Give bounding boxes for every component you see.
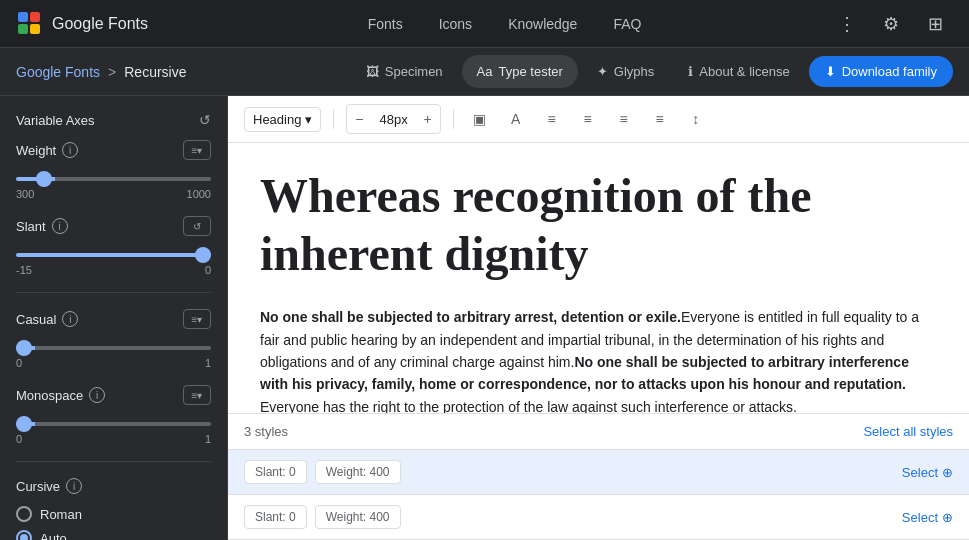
download-family-button[interactable]: ⬇ Download family <box>809 56 953 87</box>
breadcrumb: Google Fonts > Recursive <box>16 64 187 80</box>
monospace-slider-container <box>16 413 211 429</box>
svg-rect-1 <box>30 12 40 22</box>
styles-header: 3 styles Select all styles <box>228 414 969 450</box>
weight-min-label: 300 <box>16 188 34 200</box>
top-nav: Google Fonts Fonts Icons Knowledge FAQ ⋮… <box>0 0 969 48</box>
nav-link-faq[interactable]: FAQ <box>597 8 657 40</box>
align-left-button[interactable]: ≡ <box>538 105 566 133</box>
type-tester-icon: Aa <box>477 64 493 79</box>
tab-group: 🖼 Specimen Aa Type tester ✦ Glyphs ℹ Abo… <box>351 55 953 88</box>
slant-slider-container <box>16 244 211 260</box>
breadcrumb-separator: > <box>108 64 116 80</box>
style-tag-slant-0: Slant: 0 <box>244 460 307 484</box>
line-spacing-button[interactable]: ↕ <box>682 105 710 133</box>
cursive-auto-label: Auto <box>40 531 67 541</box>
dropdown-icon: ▾ <box>305 112 312 127</box>
casual-slider[interactable] <box>16 346 211 350</box>
nav-icons: ⋮ ⚙ ⊞ <box>829 6 953 42</box>
cursive-info-icon[interactable]: i <box>66 478 82 494</box>
font-color-button[interactable]: A <box>502 105 530 133</box>
monospace-axis: Monospace i ≡▾ 0 1 <box>16 385 211 445</box>
variable-axes-title: Variable Axes ↺ <box>16 112 211 128</box>
select-style-0-icon: ⊕ <box>942 465 953 480</box>
slant-slider-labels: -15 0 <box>16 264 211 276</box>
align-right-button[interactable]: ≡ <box>610 105 638 133</box>
select-style-1-label: Select <box>902 510 938 525</box>
style-tag-weight-400-1: Weight: 400 <box>315 505 401 529</box>
tab-specimen[interactable]: 🖼 Specimen <box>351 55 458 88</box>
cursive-radio-group: Roman Auto Cursive <box>16 506 211 540</box>
nav-link-icons[interactable]: Icons <box>423 8 488 40</box>
weight-axis: Weight i ≡▾ 300 1000 <box>16 140 211 200</box>
google-logo-icon <box>16 10 44 38</box>
weight-slider[interactable] <box>16 177 211 181</box>
slant-info-icon[interactable]: i <box>52 218 68 234</box>
casual-label-row: Casual i ≡▾ <box>16 309 211 329</box>
casual-slider-labels: 0 1 <box>16 357 211 369</box>
breadcrumb-parent[interactable]: Google Fonts <box>16 64 100 80</box>
breadcrumb-bar: Google Fonts > Recursive 🖼 Specimen Aa T… <box>0 48 969 96</box>
select-style-1-link[interactable]: Select ⊕ <box>902 510 953 525</box>
styles-count: 3 styles <box>244 424 288 439</box>
sidebar: Variable Axes ↺ Weight i ≡▾ 300 1000 <box>0 96 228 540</box>
monospace-slider[interactable] <box>16 422 211 426</box>
weight-list-icon[interactable]: ≡▾ <box>183 140 211 160</box>
align-justify-button[interactable]: ≡ <box>646 105 674 133</box>
cursive-option-auto[interactable]: Auto <box>16 530 211 540</box>
nav-link-knowledge[interactable]: Knowledge <box>492 8 593 40</box>
grid-button[interactable]: ⊞ <box>917 6 953 42</box>
monospace-max-label: 1 <box>205 433 211 445</box>
cursive-title-text: Cursive <box>16 479 60 494</box>
align-center-button[interactable]: ≡ <box>574 105 602 133</box>
select-style-0-link[interactable]: Select ⊕ <box>902 465 953 480</box>
monospace-list-icon[interactable]: ≡▾ <box>183 385 211 405</box>
preview-body-1-text-2: Everyone has the right to the protection… <box>260 399 797 413</box>
casual-axis: Casual i ≡▾ 0 1 <box>16 309 211 369</box>
slant-list-icon[interactable]: ↺ <box>183 216 211 236</box>
radio-auto-inner <box>20 534 28 540</box>
monospace-info-icon[interactable]: i <box>89 387 105 403</box>
radio-auto-outer <box>16 530 32 540</box>
refresh-icon[interactable]: ↺ <box>199 112 211 128</box>
divider-1 <box>16 292 211 293</box>
increase-font-size-button[interactable]: + <box>416 105 440 133</box>
download-icon: ⬇ <box>825 64 836 79</box>
casual-min-label: 0 <box>16 357 22 369</box>
casual-list-icon[interactable]: ≡▾ <box>183 309 211 329</box>
preview-heading: Whereas recognition of the inherent dign… <box>260 167 937 282</box>
nav-links: Fonts Icons Knowledge FAQ <box>180 8 829 40</box>
slant-slider[interactable] <box>16 253 211 257</box>
style-select[interactable]: Heading ▾ <box>244 107 321 132</box>
monospace-label-text: Monospace <box>16 388 83 403</box>
style-row-0: Slant: 0 Weight: 400 Select ⊕ <box>228 450 969 495</box>
tab-about-license[interactable]: ℹ About & license <box>673 55 804 88</box>
select-all-styles-link[interactable]: Select all styles <box>863 424 953 439</box>
weight-max-label: 1000 <box>187 188 211 200</box>
weight-info-icon[interactable]: i <box>62 142 78 158</box>
tab-type-tester[interactable]: Aa Type tester <box>462 55 578 88</box>
weight-label-row: Weight i ≡▾ <box>16 140 211 160</box>
font-size-value: 48px <box>371 112 415 127</box>
more-options-button[interactable]: ⋮ <box>829 6 865 42</box>
casual-info-icon[interactable]: i <box>62 311 78 327</box>
cursive-option-roman[interactable]: Roman <box>16 506 211 522</box>
section-header: Variable Axes <box>16 113 95 128</box>
slant-label-text: Slant <box>16 219 46 234</box>
sidebar-title-text: Variable Axes <box>16 113 95 128</box>
settings-button[interactable]: ⚙ <box>873 6 909 42</box>
nav-link-fonts[interactable]: Fonts <box>352 8 419 40</box>
highlight-button[interactable]: ▣ <box>466 105 494 133</box>
tab-glyphs[interactable]: ✦ Glyphs <box>582 55 669 88</box>
style-select-value: Heading <box>253 112 301 127</box>
weight-slider-labels: 300 1000 <box>16 188 211 200</box>
breadcrumb-current: Recursive <box>124 64 186 80</box>
slant-max-label: 0 <box>205 264 211 276</box>
svg-rect-2 <box>18 24 28 34</box>
monospace-label: Monospace i <box>16 387 105 403</box>
slant-axis: Slant i ↺ -15 0 <box>16 216 211 276</box>
decrease-font-size-button[interactable]: − <box>347 105 371 133</box>
tab-type-tester-label: Type tester <box>499 64 563 79</box>
select-style-0-label: Select <box>902 465 938 480</box>
specimen-icon: 🖼 <box>366 64 379 79</box>
cursive-title-row: Cursive i <box>16 478 211 494</box>
